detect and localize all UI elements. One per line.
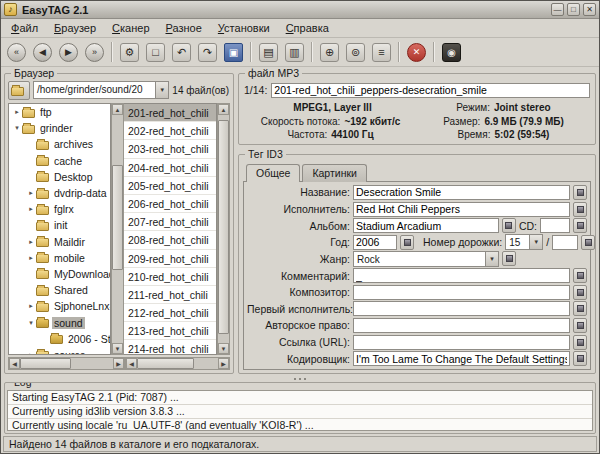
chevron-down-icon[interactable]: ▾	[155, 82, 168, 98]
minimize-button[interactable]: —	[551, 3, 564, 16]
file-list-item[interactable]: 206-red_hot_chili	[124, 195, 216, 213]
expander-icon[interactable]: ▸	[12, 108, 22, 116]
orig-artist-input[interactable]	[353, 301, 570, 316]
tab-general[interactable]: Общее	[246, 164, 300, 182]
scroll-right-icon[interactable]: ▶	[218, 358, 229, 369]
file-list-item[interactable]: 212-red_hot_chili	[124, 304, 216, 322]
go-to-parent-button[interactable]	[8, 81, 30, 100]
file-list-item[interactable]: 202-red_hot_chili	[124, 122, 216, 140]
file-list-item[interactable]: 204-red_hot_chili	[124, 159, 216, 177]
file-list-item[interactable]: 203-red_hot_chili	[124, 140, 216, 158]
comment-input[interactable]	[353, 268, 570, 283]
year-input[interactable]	[353, 235, 397, 250]
track-combo[interactable]: 15 ▾	[505, 234, 543, 250]
filelist-vertical-scrollbar[interactable]: ▲ ▼	[217, 103, 230, 355]
tree-hscroll-track[interactable]	[20, 358, 113, 369]
filelist-hscroll-thumb[interactable]	[137, 358, 194, 369]
title-input[interactable]	[353, 185, 570, 200]
scroll-up-icon[interactable]: ▲	[112, 104, 123, 115]
tree-item[interactable]: Shared	[9, 282, 110, 298]
apply-genre-button[interactable]	[502, 251, 516, 266]
tree-item[interactable]: ▸dvdrip-data	[9, 185, 110, 201]
tree-item[interactable]: ▾grinder	[9, 120, 110, 136]
copyright-input[interactable]	[353, 318, 570, 333]
file-list-item[interactable]: 214-red_hot_chili	[124, 340, 216, 355]
menu-item[interactable]: Сканер	[104, 20, 157, 37]
scroll-down-icon[interactable]: ▼	[218, 343, 229, 354]
redo-button[interactable]: ↷	[195, 40, 220, 65]
scroll-right-icon[interactable]: ▶	[113, 358, 124, 369]
filelist-scroll-track[interactable]	[218, 115, 229, 343]
previous-file-button[interactable]: ◀	[30, 40, 55, 65]
stop-button[interactable]: ✕	[404, 40, 429, 65]
url-input[interactable]	[353, 335, 570, 350]
close-button[interactable]: ✕	[583, 3, 596, 16]
tree-item[interactable]: ▸source	[9, 347, 110, 355]
tree-vertical-scrollbar[interactable]: ▲ ▼	[111, 103, 124, 355]
filelist-horizontal-scrollbar[interactable]: ◀ ▶	[125, 357, 230, 370]
apply-comment-button[interactable]	[573, 268, 587, 283]
apply-title-button[interactable]	[573, 185, 587, 200]
apply-artist-button[interactable]	[573, 202, 587, 217]
tree-item[interactable]: init	[9, 217, 110, 233]
apply-album-button[interactable]	[502, 218, 516, 233]
expander-icon[interactable]: ▸	[26, 205, 36, 213]
scroll-left-icon[interactable]: ◀	[9, 358, 20, 369]
cd-input[interactable]	[540, 218, 570, 233]
save-files-button[interactable]: ▣	[221, 40, 246, 65]
tab-images[interactable]: Картинки	[302, 164, 367, 182]
tree-item[interactable]: archives	[9, 136, 110, 152]
expander-icon[interactable]: ▸	[26, 254, 36, 262]
chevron-down-icon[interactable]: ▾	[529, 235, 542, 249]
tree-item[interactable]: ▸mobile	[9, 250, 110, 266]
cddb-button[interactable]: ⊚	[343, 40, 368, 65]
path-combo[interactable]: /home/grinder/sound/20 ▾	[33, 81, 169, 99]
scroll-down-icon[interactable]: ▼	[112, 343, 123, 354]
menu-item[interactable]: Файл	[3, 20, 46, 37]
tree-item[interactable]: ▾sound	[9, 314, 110, 330]
genre-combo[interactable]: Rock ▾	[353, 251, 499, 267]
apply-encoder-button[interactable]	[573, 351, 587, 366]
apply-composer-button[interactable]	[573, 285, 587, 300]
file-list-item[interactable]: 207-red_hot_chili	[124, 213, 216, 231]
splitter-handle[interactable]	[1, 375, 599, 382]
tree-scroll-thumb[interactable]	[112, 165, 123, 270]
last-file-button[interactable]: »	[82, 40, 107, 65]
filename-input[interactable]	[271, 83, 590, 98]
expander-icon[interactable]: ▸	[26, 302, 36, 310]
file-list-item[interactable]: 201-red_hot_chili	[124, 104, 216, 122]
tree-scroll-track[interactable]	[112, 115, 123, 343]
track-total-input[interactable]	[552, 235, 578, 250]
scroll-left-icon[interactable]: ◀	[126, 358, 137, 369]
artist-input[interactable]	[353, 202, 570, 217]
file-list-item[interactable]: 205-red_hot_chili	[124, 177, 216, 195]
apply-year-button[interactable]	[400, 235, 414, 250]
chevron-down-icon[interactable]: ▾	[485, 252, 498, 266]
tree-item[interactable]: cache	[9, 153, 110, 169]
titlebar[interactable]: ♪ EasyTAG 2.1 — □ ✕	[1, 1, 599, 19]
menu-item[interactable]: Установки	[210, 20, 278, 37]
menu-item[interactable]: Разное	[158, 20, 210, 37]
expander-icon[interactable]: ▸	[26, 351, 36, 355]
scroll-up-icon[interactable]: ▲	[218, 104, 229, 115]
apply-copyright-button[interactable]	[573, 318, 587, 333]
apply-orig-artist-button[interactable]	[573, 301, 587, 316]
filelist-scroll-thumb[interactable]	[218, 120, 229, 334]
apply-url-button[interactable]	[573, 335, 587, 350]
file-list-item[interactable]: 211-red_hot_chili	[124, 286, 216, 304]
expander-icon[interactable]: ▸	[26, 238, 36, 246]
album-input[interactable]	[353, 218, 499, 233]
expander-icon[interactable]: ▾	[26, 319, 36, 327]
maximize-button[interactable]: □	[567, 3, 580, 16]
remove-tags-button[interactable]: □	[143, 40, 168, 65]
expander-icon[interactable]: ▾	[12, 124, 22, 132]
apply-cd-button[interactable]	[573, 218, 587, 233]
encoder-input[interactable]	[353, 351, 570, 366]
tree-item[interactable]: 2006 - Sta	[9, 331, 110, 347]
undo-button[interactable]: ↶	[169, 40, 194, 65]
menu-item[interactable]: Справка	[278, 20, 337, 37]
tree-item[interactable]: MyDownloads	[9, 266, 110, 282]
filelist-hscroll-track[interactable]	[137, 358, 218, 369]
file-list-item[interactable]: 209-red_hot_chili	[124, 250, 216, 268]
menu-item[interactable]: Браузер	[46, 20, 104, 37]
